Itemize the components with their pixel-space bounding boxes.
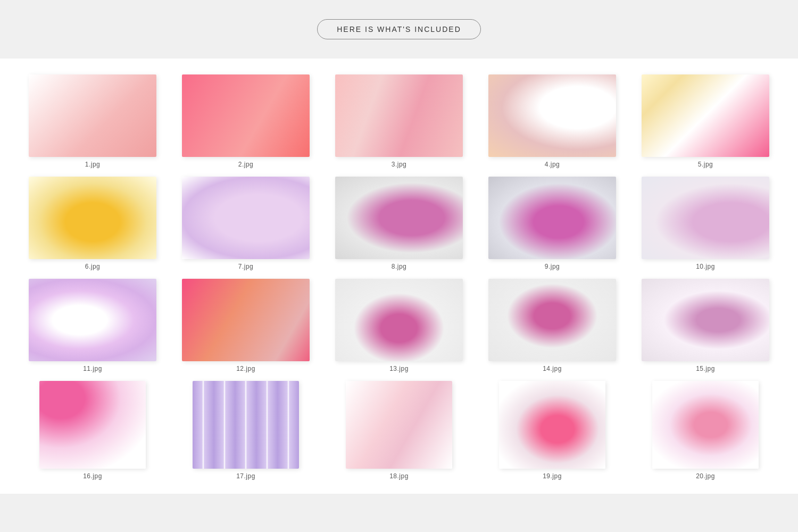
section-title-badge: HERE IS WHAT'S INCLUDED — [317, 19, 481, 39]
image-label-1: 1.jpg — [85, 161, 101, 168]
image-cell-17: 17.jpg — [169, 376, 322, 483]
image-grid: 1.jpg2.jpg3.jpg4.jpg5.jpg6.jpg7.jpg8.jpg… — [16, 69, 782, 483]
image-cell-15: 15.jpg — [629, 273, 782, 376]
image-cell-14: 14.jpg — [476, 273, 629, 376]
image-cell-16: 16.jpg — [16, 376, 169, 483]
image-cell-8: 8.jpg — [322, 171, 476, 273]
thumbnail-8[interactable] — [335, 177, 463, 259]
image-label-16: 16.jpg — [83, 472, 102, 480]
image-label-10: 10.jpg — [696, 263, 715, 270]
thumbnail-18[interactable] — [346, 381, 452, 469]
thumbnail-12[interactable] — [182, 279, 310, 361]
image-cell-3: 3.jpg — [322, 69, 476, 171]
image-label-15: 15.jpg — [696, 365, 715, 372]
thumbnail-7[interactable] — [182, 177, 310, 259]
thumbnail-19[interactable] — [499, 381, 605, 469]
image-label-13: 13.jpg — [389, 365, 409, 372]
thumbnail-6[interactable] — [29, 177, 156, 259]
image-label-20: 20.jpg — [696, 472, 715, 480]
gallery-container: 1.jpg2.jpg3.jpg4.jpg5.jpg6.jpg7.jpg8.jpg… — [0, 59, 798, 494]
image-label-5: 5.jpg — [698, 161, 713, 168]
image-label-11: 11.jpg — [83, 365, 102, 372]
image-cell-2: 2.jpg — [169, 69, 322, 171]
thumbnail-15[interactable] — [642, 279, 769, 361]
section-title: HERE IS WHAT'S INCLUDED — [337, 25, 461, 34]
image-label-18: 18.jpg — [389, 472, 409, 480]
thumbnail-3[interactable] — [335, 74, 463, 157]
image-label-8: 8.jpg — [392, 263, 407, 270]
image-label-17: 17.jpg — [236, 472, 255, 480]
thumbnail-20[interactable] — [652, 381, 759, 469]
image-cell-20: 20.jpg — [629, 376, 782, 483]
thumbnail-1[interactable] — [29, 74, 156, 157]
image-label-3: 3.jpg — [392, 161, 407, 168]
image-cell-12: 12.jpg — [169, 273, 322, 376]
image-cell-4: 4.jpg — [476, 69, 629, 171]
thumbnail-10[interactable] — [642, 177, 769, 259]
image-cell-10: 10.jpg — [629, 171, 782, 273]
thumbnail-11[interactable] — [29, 279, 156, 361]
image-cell-5: 5.jpg — [629, 69, 782, 171]
image-cell-7: 7.jpg — [169, 171, 322, 273]
image-cell-19: 19.jpg — [476, 376, 629, 483]
image-label-14: 14.jpg — [543, 365, 562, 372]
image-label-12: 12.jpg — [236, 365, 255, 372]
image-cell-6: 6.jpg — [16, 171, 169, 273]
image-label-2: 2.jpg — [238, 161, 254, 168]
thumbnail-5[interactable] — [642, 74, 769, 157]
image-cell-18: 18.jpg — [322, 376, 476, 483]
thumbnail-17[interactable] — [193, 381, 299, 469]
image-cell-1: 1.jpg — [16, 69, 169, 171]
thumbnail-4[interactable] — [488, 74, 616, 157]
image-cell-13: 13.jpg — [322, 273, 476, 376]
image-cell-11: 11.jpg — [16, 273, 169, 376]
image-label-6: 6.jpg — [85, 263, 101, 270]
thumbnail-9[interactable] — [488, 177, 616, 259]
header: HERE IS WHAT'S INCLUDED — [0, 0, 798, 59]
thumbnail-14[interactable] — [488, 279, 616, 361]
thumbnail-16[interactable] — [39, 381, 146, 469]
image-label-19: 19.jpg — [543, 472, 562, 480]
thumbnail-2[interactable] — [182, 74, 310, 157]
image-cell-9: 9.jpg — [476, 171, 629, 273]
image-label-4: 4.jpg — [545, 161, 560, 168]
image-label-7: 7.jpg — [238, 263, 254, 270]
thumbnail-13[interactable] — [335, 279, 463, 361]
image-label-9: 9.jpg — [545, 263, 560, 270]
